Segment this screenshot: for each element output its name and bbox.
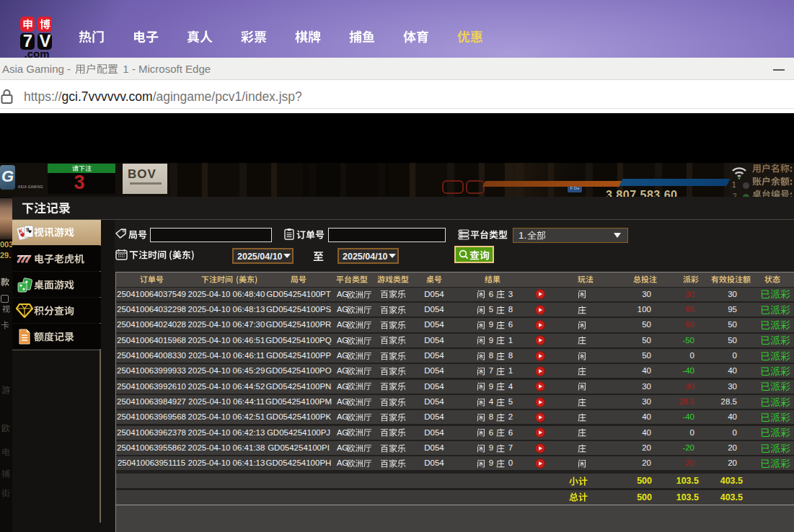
svg-text:777: 777 <box>16 253 32 265</box>
